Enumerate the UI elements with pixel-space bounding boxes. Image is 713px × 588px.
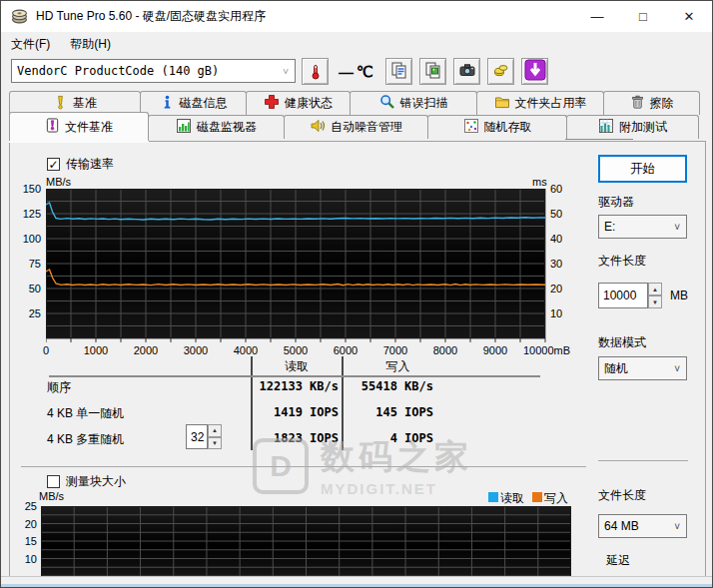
info-icon [160, 95, 175, 113]
x-tick-label: 1000 [71, 344, 121, 356]
block-file-length-label: 文件长度 [598, 487, 646, 504]
right-tick-label: 20 [550, 283, 568, 294]
legend-item: 读取 [488, 490, 524, 507]
transfer-rate-chart [46, 189, 546, 343]
queue-depth-stepper[interactable]: 32 ▲ ▼ [186, 424, 222, 449]
y-tick-label: 75 [15, 258, 41, 270]
tab-1-2[interactable]: 健康状态 [246, 91, 351, 115]
file-length-label: 文件长度 [598, 253, 646, 270]
table-row-label: 4 KB 多重随机 [47, 431, 124, 448]
copy-text-button[interactable] [385, 58, 412, 85]
x-tick-label: 10000mB [523, 344, 583, 356]
copy-image-button[interactable] [419, 58, 446, 85]
save-results-button[interactable] [487, 58, 514, 85]
start-button[interactable]: 开始 [598, 155, 687, 183]
health-icon [264, 94, 280, 113]
x-tick-label: 0 [21, 344, 71, 356]
data-mode-combo[interactable]: 随机 ˅ [598, 356, 687, 380]
tab-1-5[interactable]: 擦除 [603, 91, 700, 115]
legend-label: 写入 [544, 491, 568, 505]
table-write-value: 4 IOPS [346, 431, 433, 445]
tab-label: 随机存取 [484, 119, 532, 136]
tab-label: 文件基准 [65, 119, 113, 136]
extra-icon [598, 118, 614, 137]
tab-label: 基准 [73, 95, 97, 112]
y-tick-label: 150 [15, 183, 41, 195]
legend-swatch-icon [532, 492, 542, 502]
noise-icon [310, 118, 326, 137]
block-size-label: 测量块大小 [66, 473, 126, 490]
block-size-checkbox[interactable]: 测量块大小 [47, 473, 126, 490]
stepper-up-icon[interactable]: ▲ [648, 283, 662, 295]
x-tick-label: 4000 [221, 344, 271, 356]
folder-icon [494, 94, 510, 113]
drive-combo[interactable]: E: ˅ [598, 215, 687, 239]
checkbox-checked-icon: ✓ [47, 158, 60, 171]
table-header-write: 写入 [346, 358, 450, 375]
download-icon [524, 59, 546, 85]
toolbar: VendorC ProductCode (140 gB) ˅ — ℃ 退出 [1, 56, 712, 91]
menu-item-file[interactable]: 文件(F) [1, 33, 60, 56]
chevron-down-icon: ˅ [674, 222, 680, 233]
legend-item: 写入 [532, 490, 568, 507]
section-divider [21, 466, 586, 467]
minimize-button[interactable]: — [574, 1, 620, 32]
tab-label: 健康状态 [285, 95, 333, 112]
table-row-label: 顺序 [47, 379, 71, 396]
title-bar: HD Tune Pro 5.60 - 硬盘/固态硬盘实用程序 — □ ✕ [1, 1, 712, 32]
chevron-down-icon: ˅ [674, 363, 680, 374]
maximize-button[interactable]: □ [620, 1, 666, 32]
x-tick-label: 8000 [420, 344, 470, 356]
tab-label: 附加测试 [619, 119, 667, 136]
y-tick-label: 25 [15, 307, 41, 319]
stepper-up-icon[interactable]: ▲ [208, 424, 222, 437]
tab-1-1[interactable]: 磁盘信息 [140, 91, 247, 115]
thermometer-icon [308, 64, 324, 80]
window-title: HD Tune Pro 5.60 - 硬盘/固态硬盘实用程序 [36, 8, 266, 25]
menu-item-help[interactable]: 帮助(H) [60, 33, 121, 56]
sidebar-divider [598, 460, 688, 461]
tab-label: 自动噪音管理 [331, 119, 402, 136]
chart1-left-axis-unit: MB/s [46, 176, 71, 188]
tab-row-2: 文件基准磁盘监视器自动噪音管理随机存取附加测试 [9, 115, 698, 141]
exclamation-icon [53, 95, 68, 113]
tab-2-4[interactable]: 附加测试 [566, 115, 699, 139]
data-mode-value: 随机 [604, 360, 628, 377]
tab-label: 磁盘信息 [180, 95, 228, 112]
tab-2-0[interactable]: 文件基准 [9, 112, 149, 141]
tab-label: 擦除 [650, 95, 674, 112]
table-write-value: 55418 KB/s [346, 379, 433, 393]
temperature-button[interactable] [302, 58, 329, 85]
tab-2-3[interactable]: 随机存取 [427, 115, 567, 139]
file-length-stepper[interactable]: 10000 ▲ ▼ [598, 283, 662, 308]
app-hdd-icon [11, 8, 28, 25]
table-header-read: 读取 [253, 358, 341, 375]
block-file-length-combo[interactable]: 64 MB ˅ [598, 514, 687, 538]
tab-1-3[interactable]: 错误扫描 [350, 91, 477, 115]
stepper-down-icon[interactable]: ▼ [208, 437, 222, 450]
chevron-down-icon: ˅ [674, 521, 680, 532]
camera-button[interactable] [453, 58, 480, 85]
camera-icon [458, 61, 476, 83]
tab-2-2[interactable]: 自动噪音管理 [284, 115, 428, 139]
file-length-unit: MB [670, 289, 688, 302]
right-tick-label: 30 [550, 258, 568, 270]
close-button[interactable]: ✕ [666, 1, 712, 32]
drive-select-combo[interactable]: VendorC ProductCode (140 gB) ˅ [11, 59, 296, 83]
tab-label: 文件夹占用率 [515, 95, 587, 112]
monitor-icon [176, 118, 192, 137]
table-divider-vertical-2 [342, 356, 344, 450]
y-tick-label: 25 [15, 500, 37, 512]
table-row-label: 4 KB 单一随机 [47, 405, 124, 422]
file-length-value: 10000 [598, 283, 648, 308]
stepper-down-icon[interactable]: ▼ [648, 295, 662, 308]
block-size-chart [41, 506, 571, 577]
chart2-legend: 读取写入 [488, 490, 568, 507]
tab-label: 磁盘监视器 [197, 119, 257, 136]
transfer-rate-checkbox[interactable]: ✓ 传输速率 [47, 156, 114, 173]
y-tick-label: 15 [15, 535, 37, 547]
tab-2-1[interactable]: 磁盘监视器 [148, 115, 285, 139]
download-button[interactable] [521, 58, 548, 85]
tab-1-4[interactable]: 文件夹占用率 [476, 91, 604, 115]
x-tick-label: 6000 [321, 344, 370, 356]
